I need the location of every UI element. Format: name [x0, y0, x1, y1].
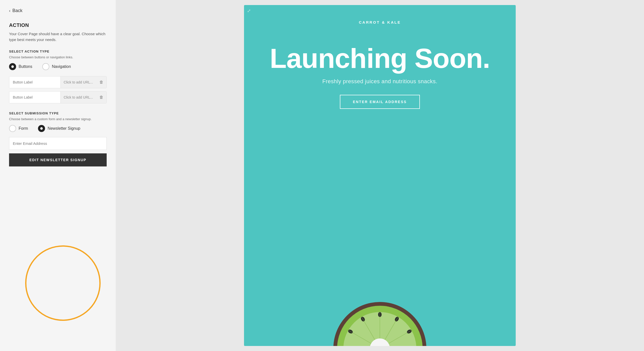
action-section: Action Your Cover Page should have a cle… — [9, 22, 107, 50]
kiwi-illustration — [327, 266, 433, 346]
newsletter-radio-item[interactable]: Newsletter Signup — [38, 125, 80, 132]
submission-type-section: Select Submission Type Choose between a … — [9, 111, 107, 166]
buttons-radio-circle[interactable] — [9, 63, 16, 70]
submission-radio-group: Form Newsletter Signup — [9, 125, 107, 132]
preview-brand: Carrot & Kale — [359, 20, 401, 24]
submission-type-description: Choose between a custom form and a newsl… — [9, 117, 107, 121]
select-action-type-section: Select Action Type Choose between button… — [9, 50, 107, 76]
action-description: Your Cover Page should have a clear goal… — [9, 31, 107, 42]
button-row-1: Click to add URL... 🗑 — [9, 76, 107, 88]
preview-container: ⤢ Carrot & Kale Launching Soon. Freshly … — [244, 5, 516, 346]
delete-button-icon-1[interactable]: 🗑 — [99, 80, 103, 84]
action-type-title: Select Action Type — [9, 50, 107, 53]
newsletter-radio-label: Newsletter Signup — [48, 126, 80, 131]
button-url-placeholder-1: Click to add URL... — [64, 80, 93, 84]
form-radio-circle[interactable] — [9, 125, 16, 132]
back-button[interactable]: ‹ Back — [9, 8, 107, 13]
button-label-input-1[interactable] — [9, 76, 60, 88]
navigation-radio-label: Navigation — [52, 64, 71, 69]
buttons-radio-item[interactable]: Buttons — [9, 63, 32, 70]
newsletter-radio-circle[interactable] — [38, 125, 45, 132]
preview-subheadline: Freshly pressed juices and nutritious sn… — [322, 78, 437, 85]
button-row-2: Click to add URL... 🗑 — [9, 91, 107, 103]
right-panel: ⤢ Carrot & Kale Launching Soon. Freshly … — [116, 0, 644, 351]
button-label-input-2[interactable] — [9, 92, 60, 103]
preview-cta-button[interactable]: Enter Email Address — [340, 95, 420, 109]
chevron-left-icon: ‹ — [9, 9, 10, 13]
expand-icon[interactable]: ⤢ — [247, 8, 251, 14]
edit-newsletter-label: Edit Newsletter Signup — [29, 158, 87, 162]
left-panel: ‹ Back Action Your Cover Page should hav… — [0, 0, 116, 351]
action-type-radio-group: Buttons Navigation — [9, 63, 107, 70]
navigation-radio-item[interactable]: Navigation — [42, 63, 71, 70]
button-url-section-2: Click to add URL... 🗑 — [60, 92, 106, 103]
preview-cta-label: Enter Email Address — [353, 100, 407, 104]
action-type-description: Choose between buttons or navigation lin… — [9, 55, 107, 59]
form-radio-item[interactable]: Form — [9, 125, 28, 132]
button-url-section-1: Click to add URL... 🗑 — [60, 76, 106, 88]
submission-type-title: Select Submission Type — [9, 111, 107, 115]
button-url-placeholder-2: Click to add URL... — [64, 95, 93, 99]
back-label: Back — [12, 8, 22, 13]
delete-button-icon-2[interactable]: 🗑 — [99, 95, 103, 100]
highlight-circle — [25, 245, 101, 321]
form-radio-label: Form — [19, 126, 28, 131]
email-address-input[interactable] — [9, 137, 107, 150]
preview-headline: Launching Soon. — [270, 45, 490, 72]
action-title: Action — [9, 22, 107, 28]
buttons-radio-label: Buttons — [19, 64, 32, 69]
edit-newsletter-button[interactable]: Edit Newsletter Signup — [9, 153, 107, 166]
navigation-radio-circle[interactable] — [42, 63, 49, 70]
